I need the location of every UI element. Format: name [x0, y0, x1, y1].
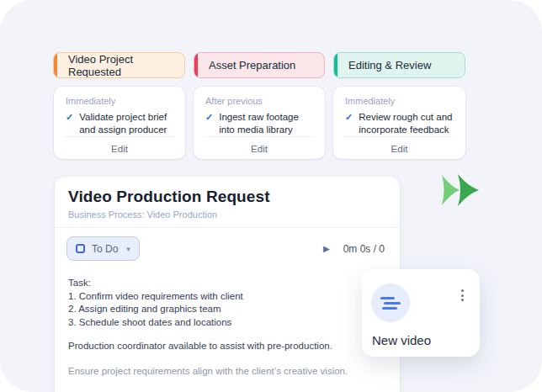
- timeline-lines-icon: [380, 296, 401, 310]
- task-list: Task: 1. Confirm video requirements with…: [68, 277, 386, 329]
- divider: [204, 136, 315, 137]
- new-video-title: New video: [372, 333, 431, 347]
- divider: [343, 136, 455, 137]
- stage-chip-label: Video Project Requested: [68, 53, 184, 78]
- stage-card-editing-review: Immediately ✓ Review rough cut and incor…: [333, 87, 465, 159]
- timer-value: 0m 0s / 0: [343, 243, 385, 255]
- edit-button[interactable]: Edit: [194, 138, 325, 159]
- stage-task-text: Ingest raw footage into media library: [219, 111, 314, 135]
- stage-chip-editing-review[interactable]: Editing & Review: [333, 52, 465, 78]
- checkbox-outline-icon: [76, 244, 85, 253]
- check-icon: ✓: [66, 111, 73, 135]
- fast-forward-icon: [441, 174, 480, 206]
- check-icon: ✓: [205, 111, 213, 135]
- stage-accent-bar: [54, 53, 57, 77]
- play-timer-button[interactable]: ▶: [323, 244, 330, 253]
- timing-label: After previous: [194, 87, 325, 106]
- stage-chip-label: Editing & Review: [348, 59, 431, 72]
- stage-task-row: ✓ Ingest raw footage into media library: [194, 106, 325, 135]
- check-icon: ✓: [345, 111, 353, 135]
- stage-card-asset-preparation: After previous ✓ Ingest raw footage into…: [194, 87, 325, 159]
- stage-task-row: ✓ Validate project brief and assign prod…: [54, 106, 185, 135]
- stage-chip-asset-preparation[interactable]: Asset Preparation: [194, 52, 325, 78]
- task-item: 3. Schedule shoot dates and locations: [68, 316, 386, 330]
- stage-chip-label: Asset Preparation: [209, 59, 295, 72]
- stage-task-text: Review rough cut and incorporate feedbac…: [359, 111, 454, 135]
- stage-accent-bar: [334, 53, 337, 77]
- status-row: To Do ▾ ▶ 0m 0s / 0: [55, 228, 400, 266]
- requirements-hint: Ensure project requirements align with t…: [68, 365, 386, 379]
- task-heading: Task:: [68, 277, 386, 290]
- workflow-canvas: Video Project Requested Asset Preparatio…: [0, 0, 542, 392]
- task-item: 1. Confirm video requirements with clien…: [68, 290, 386, 304]
- timing-label: Immediately: [333, 87, 465, 106]
- request-panel: Video Production Request Business Proces…: [55, 177, 400, 392]
- stage-card-video-project-requested: Immediately ✓ Validate project brief and…: [54, 87, 185, 159]
- edit-button[interactable]: Edit: [333, 138, 465, 159]
- stage-chip-video-project-requested[interactable]: Video Project Requested: [53, 52, 185, 78]
- stage-task-row: ✓ Review rough cut and incorporate feedb…: [333, 106, 465, 135]
- status-dropdown[interactable]: To Do ▾: [66, 236, 140, 261]
- chevron-down-icon: ▾: [125, 245, 130, 253]
- page-title: Video Production Request: [68, 188, 386, 206]
- coordinator-note: Production coordinator available to assi…: [68, 340, 386, 353]
- status-dropdown-label: To Do: [92, 243, 118, 255]
- avatar: [371, 283, 410, 322]
- stage-task-text: Validate project brief and assign produc…: [79, 111, 174, 135]
- kebab-menu-icon[interactable]: [460, 288, 465, 303]
- timer-group: ▶ 0m 0s / 0: [323, 243, 388, 255]
- edit-button[interactable]: Edit: [54, 138, 185, 159]
- task-item: 2. Assign editing and graphics team: [68, 303, 386, 316]
- task-description: Task: 1. Confirm video requirements with…: [55, 266, 400, 392]
- divider: [64, 136, 175, 137]
- stage-accent-bar: [194, 53, 198, 77]
- new-video-card[interactable]: New video: [362, 269, 480, 357]
- request-panel-header: Video Production Request Business Proces…: [55, 177, 400, 227]
- business-process-subtitle: Business Process: Video Production: [68, 209, 386, 220]
- timing-label: Immediately: [54, 87, 185, 106]
